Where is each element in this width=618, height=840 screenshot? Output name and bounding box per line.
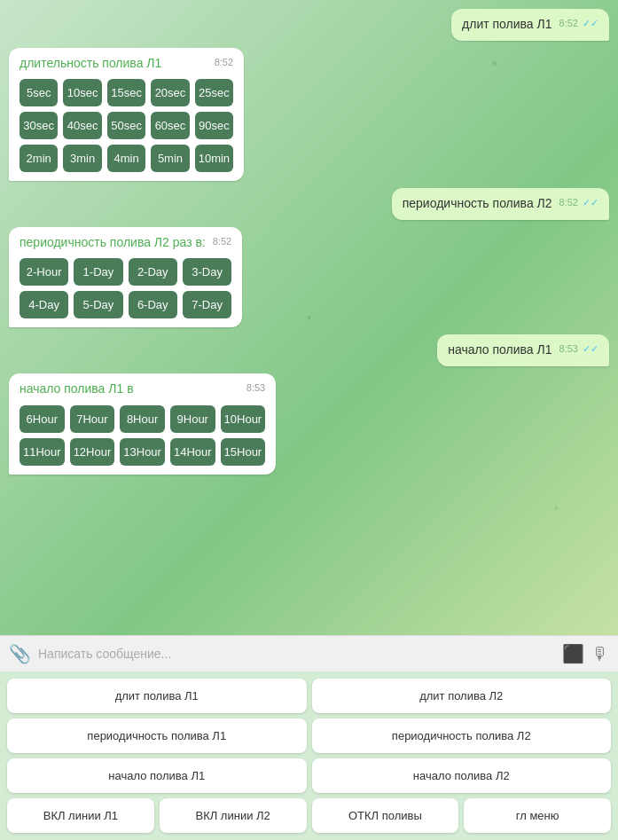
btn-10hour[interactable]: 10Hour [221, 405, 266, 433]
msg5-checks: ✓✓ [583, 343, 598, 354]
bubble-in-6: 8:53 начало полива Л1 в 6Hour 7Hour 8Hou… [9, 373, 276, 475]
input-bar: 📎 ⬛ 🎙 [0, 635, 618, 671]
btn-15sec[interactable]: 15sec [107, 79, 145, 106]
btn-2min[interactable]: 2min [20, 145, 58, 172]
msg4-text: периодичность полива Л2 раз в: [20, 235, 206, 249]
kb-btn-start-l2[interactable]: начало полива Л2 [312, 758, 612, 793]
bottom-keyboard: длит полива Л1 длит полива Л2 периодично… [0, 671, 618, 840]
kb-btn-period-l2[interactable]: периодичность полива Л2 [312, 718, 612, 753]
bubble-out-3: 8:52 ✓✓ периодичность полива Л2 [392, 188, 609, 220]
msg2-buttons: 5sec 10sec 15sec 20sec 25sec 30sec 40sec… [20, 79, 233, 172]
btn-15hour[interactable]: 15Hour [221, 438, 266, 466]
kb-btn-vkl-l2[interactable]: ВКЛ линии Л2 [160, 798, 307, 833]
msg3-text: периодичность полива Л2 [403, 196, 552, 210]
kb-row-4: ВКЛ линии Л1 ВКЛ линии Л2 ОТКЛ поливы гл… [7, 798, 611, 833]
message-row-3: 8:52 ✓✓ периодичность полива Л2 [9, 188, 609, 220]
kb-btn-start-l1[interactable]: начало полива Л1 [7, 758, 307, 793]
message-row-5: 8:53 ✓✓ начало полива Л1 [9, 334, 609, 366]
btn-60sec[interactable]: 60sec [151, 112, 189, 139]
msg4-time: 8:52 [213, 236, 231, 247]
message-row-4: 8:52 периодичность полива Л2 раз в: 2-Ho… [9, 227, 609, 328]
kb-btn-otkl[interactable]: ОТКЛ поливы [312, 798, 459, 833]
message-input[interactable] [38, 647, 555, 661]
btn-12hour[interactable]: 12Hour [70, 438, 115, 466]
btn-90sec[interactable]: 90sec [195, 112, 233, 139]
kb-row-2: периодичность полива Л1 периодичность по… [7, 718, 611, 753]
btn-5day[interactable]: 5-Day [74, 291, 122, 318]
message-row-1: 8:52 ✓✓ длит полива Л1 [9, 9, 609, 41]
kb-row-1: длит полива Л1 длит полива Л2 [7, 679, 611, 713]
btn-4min[interactable]: 4min [107, 145, 145, 172]
btn-4day[interactable]: 4-Day [20, 291, 68, 318]
sticker-icon[interactable]: ⬛ [562, 643, 584, 664]
chat-area: 8:52 ✓✓ длит полива Л1 8:52 длительность… [0, 0, 618, 635]
msg1-text: длит полива Л1 [462, 17, 552, 31]
btn-13hour[interactable]: 13Hour [120, 438, 165, 466]
msg3-time: 8:52 ✓✓ [559, 197, 598, 208]
btn-6hour[interactable]: 6Hour [20, 405, 65, 433]
btn-50sec[interactable]: 50sec [107, 112, 145, 139]
btn-5min[interactable]: 5min [151, 145, 189, 172]
kb-btn-vkl-l1[interactable]: ВКЛ линии Л1 [7, 798, 154, 833]
btn-40sec[interactable]: 40sec [63, 112, 101, 139]
kb-btn-period-l1[interactable]: периодичность полива Л1 [7, 718, 307, 753]
btn-30sec[interactable]: 30sec [20, 112, 58, 139]
msg6-time: 8:53 [246, 382, 265, 394]
msg5-time: 8:53 ✓✓ [559, 343, 598, 355]
msg3-checks: ✓✓ [583, 197, 598, 208]
msg1-time: 8:52 ✓✓ [559, 18, 598, 29]
btn-3min[interactable]: 3min [63, 145, 101, 172]
msg6-buttons: 6Hour 7Hour 8Hour 9Hour 10Hour 11Hour 12… [20, 405, 265, 466]
bubble-out-5: 8:53 ✓✓ начало полива Л1 [437, 334, 609, 366]
bubble-out-1: 8:52 ✓✓ длит полива Л1 [451, 9, 609, 41]
msg2-text: длительность полива Л1 [20, 56, 161, 70]
btn-2day[interactable]: 2-Day [129, 258, 177, 286]
btn-6day[interactable]: 6-Day [129, 291, 177, 318]
kb-row-3: начало полива Л1 начало полива Л2 [7, 758, 611, 793]
attach-icon[interactable]: 📎 [9, 643, 31, 664]
btn-5sec[interactable]: 5sec [20, 79, 58, 106]
kb-btn-dlit-l1[interactable]: длит полива Л1 [7, 679, 307, 713]
kb-btn-dlit-l2[interactable]: длит полива Л2 [312, 679, 612, 713]
mic-icon[interactable]: 🎙 [591, 644, 609, 664]
bubble-in-4: 8:52 периодичность полива Л2 раз в: 2-Ho… [9, 227, 242, 328]
message-row-6: 8:53 начало полива Л1 в 6Hour 7Hour 8Hou… [9, 373, 609, 475]
msg1-checks: ✓✓ [583, 18, 598, 28]
btn-2hour[interactable]: 2-Hour [20, 258, 68, 286]
kb-btn-gl-menu[interactable]: гл меню [464, 798, 611, 833]
msg4-buttons: 2-Hour 1-Day 2-Day 3-Day 4-Day 5-Day 6-D… [20, 258, 231, 318]
message-row-2: 8:52 длительность полива Л1 5sec 10sec 1… [9, 48, 609, 182]
btn-10min[interactable]: 10min [195, 145, 233, 172]
btn-25sec[interactable]: 25sec [195, 79, 233, 106]
btn-3day[interactable]: 3-Day [183, 258, 231, 286]
btn-20sec[interactable]: 20sec [151, 79, 189, 106]
btn-7day[interactable]: 7-Day [183, 291, 231, 318]
btn-7hour[interactable]: 7Hour [70, 405, 115, 433]
msg6-text: начало полива Л1 в [20, 381, 134, 396]
bubble-in-2: 8:52 длительность полива Л1 5sec 10sec 1… [9, 48, 244, 182]
btn-11hour[interactable]: 11Hour [20, 438, 65, 466]
btn-9hour[interactable]: 9Hour [170, 405, 215, 433]
btn-1day[interactable]: 1-Day [74, 258, 122, 286]
btn-8hour[interactable]: 8Hour [120, 405, 165, 433]
btn-14hour[interactable]: 14Hour [170, 438, 215, 466]
btn-10sec[interactable]: 10sec [63, 79, 101, 106]
msg2-time: 8:52 [215, 57, 233, 68]
msg5-text: начало полива Л1 [448, 342, 552, 357]
